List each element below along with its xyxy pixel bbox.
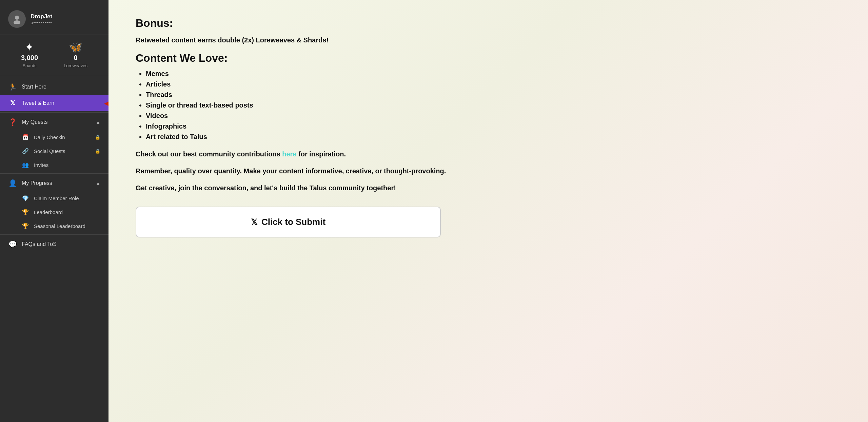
sidebar-subitem-label: Invites [34,162,48,168]
share-icon: 🔗 [22,148,29,154]
sidebar-item-leaderboard[interactable]: 🏆 Leaderboard [0,205,108,219]
avatar [8,10,26,28]
sidebar-item-label: Start Here [22,84,46,90]
sidebar-item-invites[interactable]: 👥 Invites [0,158,108,172]
list-item: Infographics [146,122,556,130]
submit-button[interactable]: 𝕏 Click to Submit [136,207,441,237]
list-item: Articles [146,80,556,88]
main-content: 1 2 Bonus: Retweeted content earns doubl… [108,0,868,422]
chevron-up-icon: ▲ [96,119,100,125]
username: DropJet [31,13,52,20]
invites-icon: 👥 [22,162,29,168]
content-love-heading: Content We Love: [136,52,556,64]
sidebar-item-daily-checkin[interactable]: 📅 Daily Checkin 🔒 [0,130,108,144]
trophy-icon: 🏆 [22,209,29,215]
sidebar-item-seasonal-leaderboard[interactable]: 🏆 Seasonal Leaderboard [0,219,108,233]
sidebar-subitem-label: Claim Member Role [34,195,79,201]
calendar-icon: 📅 [22,134,29,140]
start-here-icon: 🏃 [8,83,17,91]
list-item: Videos [146,112,556,120]
profile-info: DropJet p•••••••••• [31,13,52,25]
bonus-heading: Bonus: [136,17,556,30]
bonus-text: Retweeted content earns double (2x) Lore… [136,35,556,45]
sidebar: DropJet p•••••••••• ✦ 3,000 Shards 🦋 0 L… [0,0,108,422]
lock-icon: 🔒 [95,149,100,154]
content-love-list: Memes Articles Threads Single or thread … [146,70,556,141]
shards-stat: ✦ 3,000 Shards [21,42,38,68]
stats-row: ✦ 3,000 Shards 🦋 0 Loreweaves [0,35,108,75]
submit-btn-container: 𝕏 Click to Submit [136,207,556,237]
list-item: Single or thread text-based posts [146,101,556,109]
sidebar-item-label: My Progress [22,180,52,186]
sidebar-subitem-label: Social Quests [34,148,65,154]
faq-icon: 💬 [8,240,17,248]
inspiration-text-after: for inspiration. [297,150,346,158]
creative-text: Get creative, join the conversation, and… [136,183,556,193]
loreweaves-value: 0 [74,54,77,62]
content-inner: 1 2 Bonus: Retweeted content earns doubl… [108,0,583,258]
sidebar-item-label: My Quests [22,119,47,125]
trophy-icon: 🏆 [22,223,29,229]
sidebar-item-tweet-earn[interactable]: 𝕏 Tweet & Earn ◀ [0,95,108,111]
sidebar-item-claim-member-role[interactable]: 💎 Claim Member Role [0,191,108,205]
quests-icon: ❓ [8,118,17,126]
sidebar-item-my-quests[interactable]: ❓ My Quests ▲ [0,114,108,130]
sidebar-subitem-label: Seasonal Leaderboard [34,223,85,229]
main-nav: 🏃 Start Here 𝕏 Tweet & Earn ◀ ❓ My Quest… [0,75,108,256]
list-item: Threads [146,91,556,99]
list-item: Art related to Talus [146,133,556,141]
sidebar-item-social-quests[interactable]: 🔗 Social Quests 🔒 [0,144,108,158]
inspiration-text-before: Check out our best community contributio… [136,150,282,158]
shards-label: Shards [22,63,36,68]
progress-icon: 👤 [8,179,17,187]
password-display: p•••••••••• [31,20,52,25]
sidebar-item-label: FAQs and ToS [22,241,57,247]
sidebar-item-start-here[interactable]: 🏃 Start Here [0,79,108,95]
lock-icon: 🔒 [95,135,100,140]
chevron-up-icon: ▲ [96,180,100,186]
sidebar-item-faqs-tos[interactable]: 💬 FAQs and ToS [0,236,108,252]
content-section: Bonus: Retweeted content earns double (2… [136,17,556,237]
loreweaves-stat: 🦋 0 Loreweaves [64,42,87,68]
svg-point-1 [14,20,20,24]
loreweaves-icon: 🦋 [69,42,82,53]
inspiration-link[interactable]: here [282,150,296,158]
diamond-icon: 💎 [22,195,29,202]
loreweaves-label: Loreweaves [64,63,87,68]
svg-point-0 [15,16,19,20]
shards-value: 3,000 [21,54,38,62]
submit-button-label: Click to Submit [261,217,326,227]
sidebar-subitem-label: Daily Checkin [34,134,65,140]
sidebar-item-my-progress[interactable]: 👤 My Progress ▲ [0,175,108,191]
sidebar-subitem-label: Leaderboard [34,209,63,215]
sidebar-item-label: Tweet & Earn [22,100,54,106]
inspiration-text: Check out our best community contributio… [136,149,556,159]
active-indicator: ◀ [104,99,108,107]
quality-text: Remember, quality over quantity. Make yo… [136,166,556,176]
x-icon: 𝕏 [251,217,257,227]
list-item: Memes [146,70,556,78]
sidebar-profile: DropJet p•••••••••• [0,0,108,35]
x-twitter-icon: 𝕏 [8,99,17,107]
shards-icon: ✦ [25,42,34,53]
